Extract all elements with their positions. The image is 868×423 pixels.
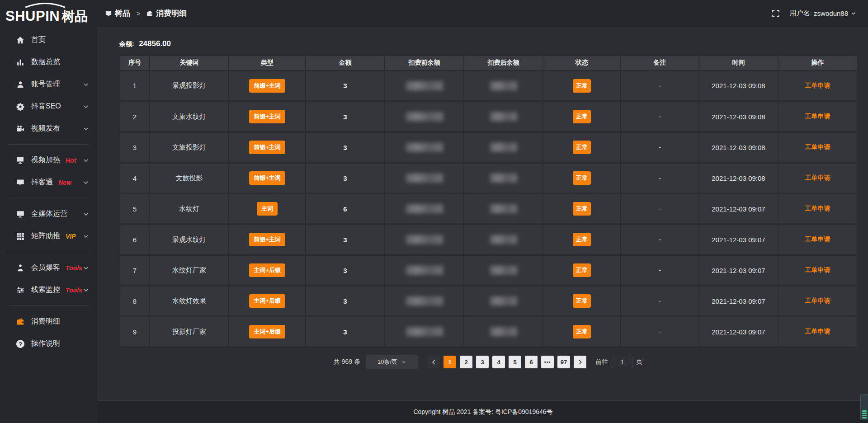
work-order-link[interactable]: 工单申请 bbox=[805, 266, 830, 273]
page-button-6[interactable]: 6 bbox=[525, 356, 538, 368]
user-menu[interactable]: 用户名: zswodun88 bbox=[790, 9, 856, 18]
main-column: 树品 > 消费明细 用户名: zswodun88 余额: bbox=[97, 0, 868, 423]
work-order-link[interactable]: 工单申请 bbox=[805, 205, 830, 212]
chevron-down-icon bbox=[83, 103, 89, 110]
page-button-1[interactable]: 1 bbox=[443, 356, 456, 368]
table-row: 7水纹灯厂家主词+后缀3正常-2021-12-03 09:07工单申请 bbox=[120, 255, 857, 286]
status-badge: 正常 bbox=[573, 110, 591, 123]
status-cell: 正常 bbox=[543, 224, 621, 255]
page-button-5[interactable]: 5 bbox=[509, 356, 521, 368]
keyword-text: 文旅水纹灯 bbox=[172, 113, 206, 120]
sidebar-item-badge: VIP bbox=[66, 233, 76, 240]
sidebar-item-account-management[interactable]: 账号管理 bbox=[0, 73, 97, 95]
action-cell: 工单申请 bbox=[778, 193, 857, 224]
fullscreen-icon[interactable] bbox=[772, 9, 780, 18]
time-cell: 2021-12-03 09:08 bbox=[699, 101, 778, 132]
breadcrumb-wallet-icon bbox=[146, 10, 153, 17]
sidebar-item-data-overview[interactable]: 数据总览 bbox=[0, 51, 97, 73]
page-more-button[interactable]: ••• bbox=[541, 356, 554, 368]
keyword-text: 文旅投影 bbox=[176, 174, 203, 182]
sidebar-item-label: 账号管理 bbox=[31, 80, 60, 89]
sidebar-item-consumption-details[interactable]: 消费明细 bbox=[0, 310, 97, 333]
status-cell: 正常 bbox=[543, 255, 621, 286]
widget-stripes-decoration bbox=[861, 409, 868, 418]
work-order-link[interactable]: 工单申请 bbox=[805, 82, 830, 89]
breadcrumb-current[interactable]: 消费明细 bbox=[156, 8, 187, 19]
keyword-cell: 文旅水纹灯 bbox=[150, 101, 229, 132]
amount-cell: 3 bbox=[306, 316, 385, 347]
type-badge: 前缀+主词 bbox=[249, 79, 285, 93]
sidebar-item-member-baoke[interactable]: 会员爆客Tools bbox=[0, 257, 97, 279]
page-button-97[interactable]: 97 bbox=[557, 356, 570, 368]
status-cell: 正常 bbox=[543, 193, 621, 224]
sidebar-item-clue-monitoring[interactable]: 线索监控Tools bbox=[0, 279, 97, 301]
page-button-2[interactable]: 2 bbox=[460, 356, 472, 368]
sidebar-item-label: 线索监控 bbox=[31, 285, 60, 295]
work-order-link[interactable]: 工单申请 bbox=[805, 174, 830, 181]
amount-cell: 3 bbox=[306, 286, 385, 316]
keyword-cell: 文旅投影灯 bbox=[150, 132, 229, 163]
work-order-link[interactable]: 工单申请 bbox=[805, 297, 830, 304]
amount-value: 3 bbox=[343, 82, 347, 89]
work-order-link[interactable]: 工单申请 bbox=[805, 235, 830, 243]
type-cell: 前缀+主词 bbox=[229, 163, 306, 193]
index-cell: 3 bbox=[120, 132, 150, 163]
sidebar-item-label: 矩阵助推 bbox=[31, 231, 60, 241]
remark-cell: - bbox=[621, 101, 699, 132]
sidebar-divider bbox=[8, 198, 89, 198]
sidebar-item-home[interactable]: 首页 bbox=[0, 29, 97, 51]
sidebar-item-operation-guide[interactable]: ?操作说明 bbox=[0, 333, 97, 355]
sidebar-item-label: 视频发布 bbox=[31, 124, 60, 133]
page-size-select[interactable]: 10条/页 bbox=[366, 355, 418, 369]
prev-page-button[interactable] bbox=[427, 356, 440, 368]
sidebar-item-badge: Hot bbox=[66, 157, 76, 164]
work-order-link[interactable]: 工单申请 bbox=[805, 113, 830, 120]
keyword-cell: 水纹灯效果 bbox=[150, 286, 229, 316]
breadcrumb: 树品 > 消费明细 bbox=[105, 8, 187, 19]
app-window: SHUPIN树品 首页数据总览账号管理抖音SEO视频发布视频加热Hot抖客通Ne… bbox=[0, 0, 868, 423]
type-cell: 主词 bbox=[229, 193, 306, 224]
work-order-link[interactable]: 工单申请 bbox=[805, 328, 830, 335]
balance-before-cell bbox=[385, 101, 464, 132]
sidebar-item-badge: Tools bbox=[66, 264, 82, 272]
redacted-balance-after bbox=[490, 327, 517, 336]
keyword-text: 投影灯厂家 bbox=[172, 328, 206, 335]
sidebar-item-douketong[interactable]: 抖客通New bbox=[0, 171, 97, 193]
row-index: 6 bbox=[133, 236, 137, 244]
balance-before-cell bbox=[385, 193, 464, 224]
sidebar-item-matrix-boost[interactable]: 矩阵助推VIP bbox=[0, 225, 97, 247]
column-header: 备注 bbox=[621, 56, 699, 70]
chevron-down-icon bbox=[401, 359, 406, 365]
sidebar-item-video-heating[interactable]: 视频加热Hot bbox=[0, 149, 97, 171]
keyword-text: 文旅投影灯 bbox=[172, 143, 206, 151]
chat-icon bbox=[16, 179, 24, 187]
amount-cell: 3 bbox=[306, 224, 385, 255]
table-row: 3文旅投影灯前缀+主词3正常-2021-12-03 09:08工单申请 bbox=[120, 132, 857, 163]
time-text: 2021-12-03 09:08 bbox=[712, 144, 765, 151]
time-cell: 2021-12-03 09:07 bbox=[699, 255, 778, 286]
time-text: 2021-12-03 09:07 bbox=[712, 205, 765, 213]
chevron-down-icon bbox=[83, 233, 89, 240]
work-order-link[interactable]: 工单申请 bbox=[805, 143, 830, 150]
sidebar-item-all-media-operation[interactable]: 全媒体运营 bbox=[0, 203, 97, 225]
sliders-icon bbox=[16, 286, 24, 294]
keyword-text: 景观水纹灯 bbox=[172, 235, 206, 243]
next-page-button[interactable] bbox=[574, 356, 586, 368]
floating-side-widget[interactable] bbox=[860, 394, 868, 420]
sidebar-item-video-publish[interactable]: 视频发布 bbox=[0, 118, 97, 140]
gear-icon bbox=[16, 103, 24, 111]
breadcrumb-home-icon bbox=[105, 10, 112, 17]
goto-page-input[interactable] bbox=[612, 356, 632, 368]
redacted-balance-after bbox=[490, 204, 517, 213]
pagination-pages: 123456•••97 bbox=[442, 356, 572, 368]
remark-cell: - bbox=[621, 163, 699, 193]
action-cell: 工单申请 bbox=[778, 101, 857, 132]
page-button-4[interactable]: 4 bbox=[492, 356, 505, 368]
page-button-3[interactable]: 3 bbox=[476, 356, 489, 368]
keyword-text: 水纹灯 bbox=[179, 205, 199, 212]
column-header: 操作 bbox=[778, 56, 857, 70]
breadcrumb-home[interactable]: 树品 bbox=[115, 8, 130, 19]
redacted-balance-after bbox=[490, 143, 517, 152]
sidebar-item-douyin-seo[interactable]: 抖音SEO bbox=[0, 95, 97, 118]
amount-cell: 3 bbox=[306, 163, 385, 193]
